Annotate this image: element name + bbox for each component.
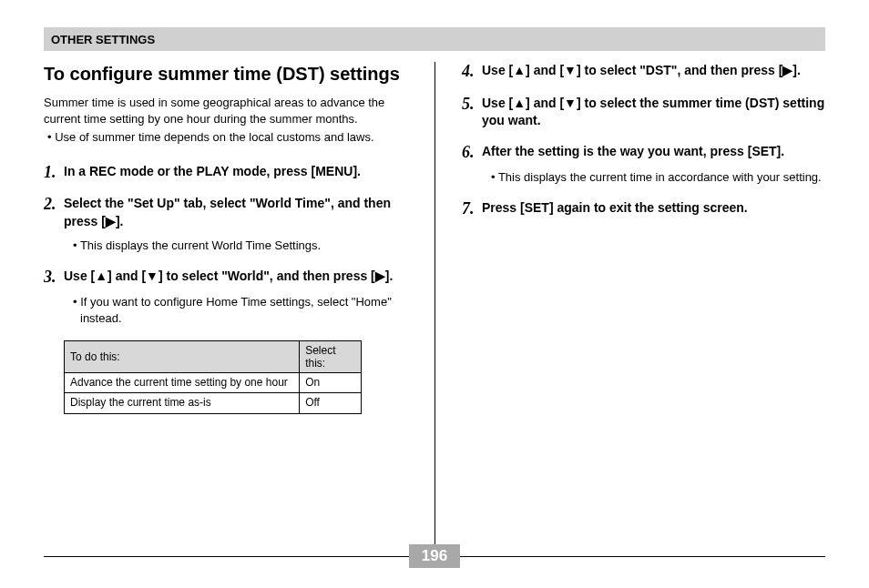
step-number: 2. <box>44 195 64 215</box>
content-columns: To configure summer time (DST) settings … <box>44 62 825 414</box>
step-1: 1. In a REC mode or the PLAY mode, press… <box>44 163 407 183</box>
step-text: Use [▲] and [▼] to select the summer tim… <box>482 95 825 130</box>
table-header-select: Select this: <box>300 340 362 372</box>
step-text: Use [▲] and [▼] to select "DST", and the… <box>482 62 801 80</box>
page-number: 196 <box>409 544 460 568</box>
step-sub-bullet: • If you want to configure Home Time set… <box>73 294 407 327</box>
table-header-row: To do this: Select this: <box>65 340 362 372</box>
step-number: 7. <box>462 199 482 219</box>
step-number: 4. <box>462 62 482 82</box>
step-sub-bullet: • This displays the current World Time S… <box>73 238 407 254</box>
step-4: 4. Use [▲] and [▼] to select "DST", and … <box>462 62 825 82</box>
step-number: 5. <box>462 95 482 115</box>
table-cell-select: Off <box>300 393 362 414</box>
step-sub-bullet: • This displays the current time in acco… <box>491 169 825 186</box>
footer-line-right <box>460 556 825 557</box>
section-header-bar: OTHER SETTINGS <box>44 27 825 51</box>
table-header-todo: To do this: <box>65 340 300 372</box>
table-cell-select: On <box>300 372 362 393</box>
step-5: 5. Use [▲] and [▼] to select the summer … <box>462 95 825 130</box>
footer-line-left <box>44 556 409 557</box>
step-6: 6. After the setting is the way you want… <box>462 143 825 187</box>
intro-bullet: • Use of summer time depends on the loca… <box>47 129 407 146</box>
step-text: In a REC mode or the PLAY mode, press [M… <box>64 163 361 181</box>
left-column: To configure summer time (DST) settings … <box>44 62 434 414</box>
step-2: 2. Select the "Set Up" tab, select "Worl… <box>44 195 407 254</box>
table-row: Display the current time as-is Off <box>65 393 362 414</box>
step-number: 6. <box>462 143 482 163</box>
page-footer: 196 <box>44 544 825 568</box>
step-3: 3. Use [▲] and [▼] to select "World", an… <box>44 268 407 328</box>
step-text: Select the "Set Up" tab, select "World T… <box>64 195 407 230</box>
intro-paragraph: Summer time is used in some geographical… <box>44 95 407 127</box>
table-row: Advance the current time setting by one … <box>65 372 362 393</box>
step-number: 1. <box>44 163 64 183</box>
table-cell-todo: Advance the current time setting by one … <box>65 372 300 393</box>
section-header-text: OTHER SETTINGS <box>51 33 155 46</box>
step-7: 7. Press [SET] again to exit the setting… <box>462 199 825 219</box>
table-cell-todo: Display the current time as-is <box>65 393 300 414</box>
step-text: Use [▲] and [▼] to select "World", and t… <box>64 268 393 286</box>
section-title: To configure summer time (DST) settings <box>44 62 407 86</box>
right-column: 4. Use [▲] and [▼] to select "DST", and … <box>434 62 825 414</box>
step-text: Press [SET] again to exit the setting sc… <box>482 199 748 218</box>
option-table: To do this: Select this: Advance the cur… <box>64 340 362 414</box>
column-divider <box>434 62 435 555</box>
step-text: After the setting is the way you want, p… <box>482 143 784 161</box>
step-number: 3. <box>44 268 64 288</box>
